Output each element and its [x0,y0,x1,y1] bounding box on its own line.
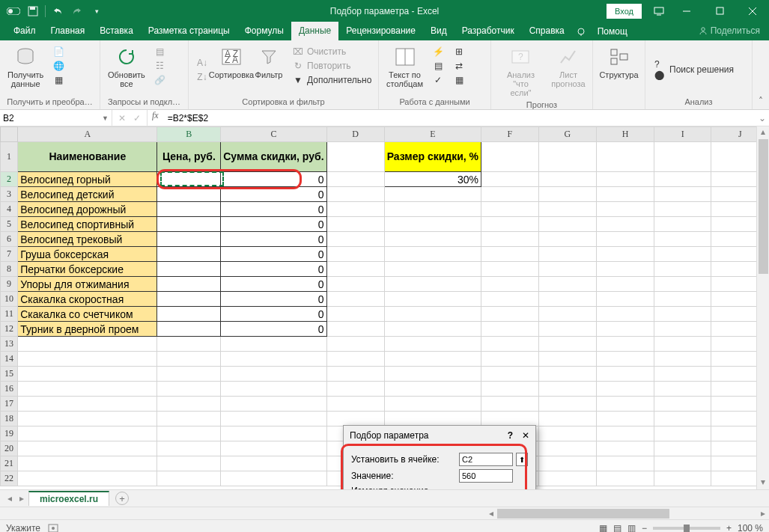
cell-G20[interactable] [538,441,596,456]
cell-C19[interactable] [221,426,326,441]
macro-record-icon[interactable] [48,524,58,533]
cell-D14[interactable] [326,352,384,367]
outline-button[interactable]: Структура [598,43,640,105]
cell-B4[interactable] [157,202,221,217]
relationships-icon[interactable]: ⇄ [450,59,468,73]
cell-H1[interactable] [596,142,654,172]
name-box[interactable]: B2▼ [0,110,112,126]
cell-B20[interactable] [157,441,221,456]
row-header-21[interactable]: 21 [1,456,18,471]
cell-D10[interactable] [326,292,384,307]
cell-B11[interactable] [157,307,221,322]
cell-I2[interactable] [654,172,711,187]
set-cell-ref-icon[interactable]: ⬆ [516,453,528,466]
row-header-7[interactable]: 7 [1,247,18,262]
cell-B3[interactable] [157,187,221,202]
cell-E16[interactable] [384,382,481,397]
autosave-toggle[interactable] [4,3,22,19]
cell-I14[interactable] [654,352,711,367]
cell-D8[interactable] [326,262,384,277]
cell-F12[interactable] [481,322,539,337]
cell-E1[interactable]: Размер скидки, % [384,142,481,172]
cell-B18[interactable] [157,412,221,426]
cell-F11[interactable] [481,307,539,322]
data-model-icon[interactable]: ▦ [450,73,468,87]
cell-C4[interactable]: 0 [221,202,326,217]
cell-B1[interactable]: Цена, руб. [157,142,221,172]
cell-G14[interactable] [538,352,596,367]
cell-E10[interactable] [384,292,481,307]
tab-help[interactable]: Справка [522,22,572,40]
cell-H11[interactable] [596,307,654,322]
cell-H22[interactable] [596,471,654,486]
cell-E7[interactable] [384,247,481,262]
cell-A15[interactable] [18,367,157,382]
cell-A11[interactable]: Скакалка со счетчиком [18,307,157,322]
cell-C8[interactable]: 0 [221,262,326,277]
cell-F8[interactable] [481,262,539,277]
cell-D17[interactable] [326,397,384,412]
cell-A10[interactable]: Скакалка скоростная [18,292,157,307]
cell-C3[interactable]: 0 [221,187,326,202]
forecast-sheet-button[interactable]: Лист прогноза [549,43,588,99]
cell-I13[interactable] [654,337,711,352]
redo-icon[interactable] [68,3,86,19]
cell-C6[interactable]: 0 [221,232,326,247]
cell-E15[interactable] [384,367,481,382]
cell-D1[interactable] [326,142,384,172]
tab-tellme[interactable] [572,22,592,40]
cell-A1[interactable]: Наименование [18,142,157,172]
col-header-F[interactable]: F [481,127,539,142]
cell-C5[interactable]: 0 [221,217,326,232]
cell-C9[interactable]: 0 [221,277,326,292]
cell-D4[interactable] [326,202,384,217]
cell-H6[interactable] [596,232,654,247]
row-header-9[interactable]: 9 [1,277,18,292]
cell-D13[interactable] [326,337,384,352]
cell-B19[interactable] [157,426,221,441]
cell-B7[interactable] [157,247,221,262]
cell-A19[interactable] [18,426,157,441]
ribbon-options-icon[interactable] [648,0,670,22]
from-text-icon[interactable]: 📄 [49,45,67,58]
cell-B10[interactable] [157,292,221,307]
cell-D7[interactable] [326,247,384,262]
cell-H18[interactable] [596,412,654,426]
view-normal-icon[interactable]: ▦ [599,523,607,533]
cell-F2[interactable] [481,172,539,187]
col-header-C[interactable]: C [221,127,326,142]
expand-formula-icon[interactable]: ⌄ [756,110,769,126]
cell-E13[interactable] [384,337,481,352]
text-to-columns-button[interactable]: Текст по столбцам [383,43,426,96]
cell-A16[interactable] [18,382,157,397]
help-label[interactable]: Помощ [592,22,633,40]
cell-B21[interactable] [157,456,221,471]
cell-E6[interactable] [384,232,481,247]
tab-layout[interactable]: Разметка страницы [141,22,237,40]
cell-E11[interactable] [384,307,481,322]
zoom-out-icon[interactable]: − [642,523,647,533]
cell-F4[interactable] [481,202,539,217]
cell-H21[interactable] [596,456,654,471]
cell-H15[interactable] [596,367,654,382]
sheet-nav-prev[interactable]: ◂ [4,493,15,504]
col-header-E[interactable]: E [384,127,481,142]
cell-I5[interactable] [654,217,711,232]
cell-C18[interactable] [221,412,326,426]
add-sheet-button[interactable]: + [115,492,129,505]
from-table-icon[interactable]: ▦ [49,73,67,87]
tab-insert[interactable]: Вставка [92,22,141,40]
tab-file[interactable]: Файл [6,22,43,40]
cell-E12[interactable] [384,322,481,337]
cell-G19[interactable] [538,426,596,441]
cell-D9[interactable] [326,277,384,292]
solver-button[interactable]: ?⬤Поиск решения [650,43,738,96]
refresh-all-button[interactable]: Обновить все [105,43,148,96]
collapse-ribbon-icon[interactable]: ˄ [753,40,769,109]
cell-A3[interactable]: Велосипед детский [18,187,157,202]
cell-C12[interactable]: 0 [221,322,326,337]
cell-H2[interactable] [596,172,654,187]
cell-B15[interactable] [157,367,221,382]
minimize-button[interactable] [670,0,703,22]
row-header-18[interactable]: 18 [1,412,18,426]
